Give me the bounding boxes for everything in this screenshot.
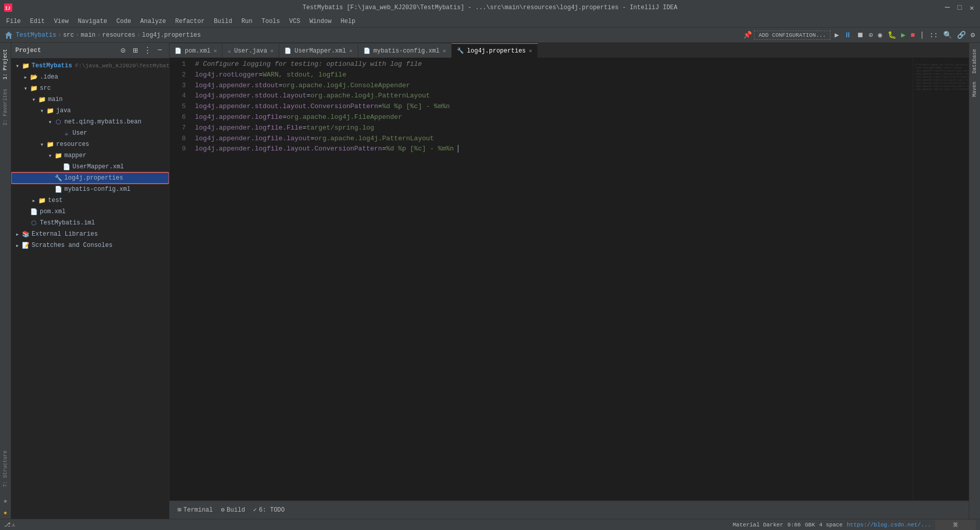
tree-item-usermapper-xml[interactable]: 📄 UserMapper.xml bbox=[11, 161, 169, 172]
menu-build[interactable]: Build bbox=[210, 17, 236, 26]
breadcrumb-src-label[interactable]: src bbox=[63, 32, 74, 39]
breadcrumb-main-label[interactable]: main bbox=[81, 32, 95, 39]
minimize-sidebar-button[interactable]: − bbox=[155, 45, 165, 56]
menu-edit[interactable]: Edit bbox=[26, 17, 49, 26]
side-tab-project[interactable]: 1: Project bbox=[2, 45, 9, 84]
breadcrumb-project-label[interactable]: TestMybatis bbox=[16, 32, 56, 39]
breadcrumb-file[interactable]: log4j.properties bbox=[142, 32, 201, 39]
theme-button[interactable]: Material Darker bbox=[733, 522, 783, 528]
tab-close-user[interactable]: ✕ bbox=[270, 47, 274, 54]
indent-button[interactable]: 4 space bbox=[819, 522, 843, 528]
tree-item-package[interactable]: ⬡ net.qing.mybatis.bean bbox=[11, 116, 169, 128]
left-side-tabs: 1: Project 2: Favorites 7: Structure ★ ★ bbox=[0, 43, 11, 519]
tree-item-user-class[interactable]: ☕ User bbox=[11, 128, 169, 139]
run2-button[interactable]: ▶ bbox=[900, 30, 906, 40]
tree-item-src[interactable]: 📁 src bbox=[11, 83, 169, 94]
tab-user-java[interactable]: ☕ User.java ✕ bbox=[223, 43, 279, 58]
line-col-button[interactable]: 9:66 bbox=[788, 522, 801, 528]
menu-vcs[interactable]: VCS bbox=[285, 17, 305, 26]
menu-window[interactable]: Window bbox=[305, 17, 335, 26]
pause-button[interactable]: ⏸ bbox=[843, 30, 852, 40]
tree-item-test[interactable]: 📁 test bbox=[11, 195, 169, 206]
terminal-tab[interactable]: ⊞ Terminal bbox=[174, 501, 217, 519]
code-line-1: # Configure logging for testing: optiona… bbox=[195, 59, 913, 70]
tab-close-usermapper[interactable]: ✕ bbox=[349, 47, 353, 54]
expand-sidebar-button[interactable]: ⊞ bbox=[130, 45, 140, 56]
add-configuration-button[interactable]: ADD CONFIGURATION... bbox=[754, 31, 830, 40]
tree-item-external-libs[interactable]: 📚 External Libraries bbox=[11, 229, 169, 240]
editor-content[interactable]: 1 2 3 4 5 6 7 8 9 # Configure logging fo… bbox=[169, 58, 969, 500]
profile-button[interactable]: ◉ bbox=[877, 30, 883, 40]
menu-help[interactable]: Help bbox=[336, 17, 359, 26]
minimize-button[interactable]: ─ bbox=[943, 4, 951, 12]
side-tab-favorites[interactable]: 2: Favorites bbox=[2, 85, 9, 130]
close-button[interactable]: ✕ bbox=[968, 4, 976, 12]
menu-file[interactable]: File bbox=[2, 17, 25, 26]
build-tab[interactable]: ⚙ Build bbox=[217, 501, 249, 519]
encoding-button[interactable]: GBK bbox=[805, 522, 815, 528]
key-6: log4j.appender.logfile bbox=[195, 113, 283, 121]
tree-item-main[interactable]: 📁 main bbox=[11, 94, 169, 105]
share-button[interactable]: 🔗 bbox=[956, 30, 967, 40]
tree-item-scratches[interactable]: 📝 Scratches and Consoles bbox=[11, 240, 169, 251]
tab-log4j-properties[interactable]: 🔧 log4j.properties ✕ bbox=[452, 43, 538, 58]
maximize-button[interactable]: □ bbox=[955, 4, 964, 12]
stop2-button[interactable]: ■ bbox=[910, 30, 916, 40]
tab-close-mybatis[interactable]: ✕ bbox=[443, 47, 446, 54]
run-button[interactable]: ▶ bbox=[834, 30, 840, 40]
tree-item-testmybatis-iml[interactable]: ⬡ TestMybatis.iml bbox=[11, 217, 169, 229]
tree-item-idea[interactable]: 📂 .idea bbox=[11, 71, 169, 83]
breadcrumb-project[interactable]: TestMybatis › bbox=[16, 32, 61, 39]
warnings-button[interactable]: ⚠ bbox=[12, 521, 15, 528]
star-icon[interactable]: ★ bbox=[3, 496, 7, 505]
debug-button[interactable]: 🐛 bbox=[887, 30, 897, 40]
tree-item-mybatis-config[interactable]: 📄 mybatis-config.xml bbox=[11, 184, 169, 195]
breadcrumb-main[interactable]: main › bbox=[81, 32, 101, 39]
tree-item-java[interactable]: 📁 java bbox=[11, 105, 169, 116]
menu-refactor[interactable]: Refactor bbox=[171, 17, 209, 26]
tab-pom-xml[interactable]: 📄 pom.xml ✕ bbox=[169, 43, 223, 58]
breadcrumb-resources[interactable]: resources › bbox=[102, 32, 140, 39]
window-title: TestMybatis [F:\java_web_KJ2020\TestMyba… bbox=[303, 4, 678, 11]
todo-tab[interactable]: ✓ 6: TODO bbox=[249, 501, 289, 519]
breadcrumb-resources-label[interactable]: resources bbox=[102, 32, 135, 39]
maven-tab[interactable]: Maven bbox=[971, 78, 978, 101]
menu-analyze[interactable]: Analyze bbox=[136, 17, 170, 26]
breadcrumb-file-label[interactable]: log4j.properties bbox=[142, 32, 201, 39]
menu-navigate[interactable]: Navigate bbox=[74, 17, 111, 26]
tab-usermapper-xml[interactable]: 📄 UserMapper.xml ✕ bbox=[279, 43, 358, 58]
arrow-log4j bbox=[46, 174, 54, 182]
tab-close-pom[interactable]: ✕ bbox=[213, 47, 217, 54]
breadcrumb-src[interactable]: src › bbox=[63, 32, 79, 39]
todo-icon: ✓ bbox=[253, 506, 257, 514]
menu-tools[interactable]: Tools bbox=[258, 17, 284, 26]
stop-button[interactable]: ⏹ bbox=[855, 30, 865, 40]
tree-item-pom-xml[interactable]: 📄 pom.xml bbox=[11, 206, 169, 217]
menu-run[interactable]: Run bbox=[237, 17, 257, 26]
gear-toolbar-button[interactable]: ⚙ bbox=[970, 30, 976, 40]
home-icon[interactable] bbox=[4, 31, 13, 40]
tab-close-log4j[interactable]: ✕ bbox=[529, 47, 532, 54]
menu-code[interactable]: Code bbox=[112, 17, 135, 26]
tree-item-log4j-properties[interactable]: 🔧 log4j.properties bbox=[11, 172, 169, 184]
search-toolbar-button[interactable]: 🔍 bbox=[942, 30, 953, 40]
settings-sidebar-button[interactable]: ⋮ bbox=[142, 45, 153, 56]
database-tab[interactable]: Database bbox=[971, 45, 978, 78]
tab-icon-usermapper: 📄 bbox=[284, 47, 291, 54]
star-filled-icon[interactable]: ★ bbox=[3, 508, 7, 517]
window-controls[interactable]: ─ □ ✕ bbox=[943, 4, 976, 12]
layout-button[interactable]: :: bbox=[928, 30, 939, 40]
sync-sidebar-button[interactable]: ⊙ bbox=[118, 45, 128, 56]
tree-item-resources[interactable]: 📁 resources bbox=[11, 139, 169, 150]
val-7: target/spring.log bbox=[306, 124, 374, 132]
tree-item-mapper[interactable]: 📁 mapper bbox=[11, 150, 169, 161]
cover-button[interactable]: ⊙ bbox=[868, 30, 874, 40]
menu-view[interactable]: View bbox=[50, 17, 73, 26]
git-branch-button[interactable]: ⎇ bbox=[4, 521, 11, 528]
code-editor[interactable]: # Configure logging for testing: optiona… bbox=[190, 58, 913, 500]
key-8: log4j.appender.logfile.layout bbox=[195, 135, 310, 142]
tree-item-testmybatis[interactable]: 📁 TestMybatis F:\java_web_KJ2020\TestMyb… bbox=[11, 60, 169, 71]
side-tab-structure[interactable]: 7: Structure bbox=[2, 446, 9, 491]
csdn-url[interactable]: https://blog.csdn.net/... bbox=[847, 522, 931, 528]
tab-mybatis-config[interactable]: 📄 mybatis-config.xml ✕ bbox=[358, 43, 452, 58]
